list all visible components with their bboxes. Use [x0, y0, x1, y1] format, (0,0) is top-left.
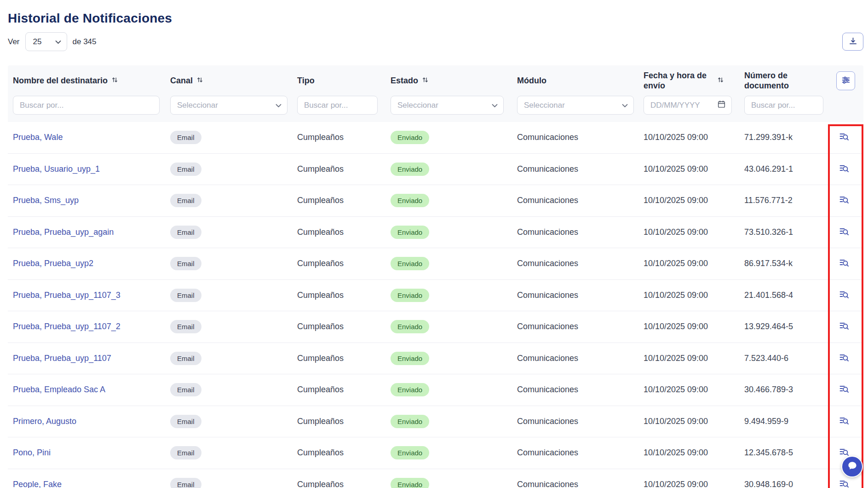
- module-cell: Comunicaciones: [517, 259, 644, 268]
- table-row: Prueba, Prueba_uyp2 Email Cumpleaños Env…: [8, 248, 863, 280]
- channel-badge: Email: [170, 194, 201, 207]
- page-size-select[interactable]: 25: [25, 32, 67, 51]
- list-magnifier-icon: [839, 194, 850, 207]
- page-title: Historial de Notificaciones: [8, 0, 863, 26]
- select-placeholder: Seleccionar: [524, 101, 565, 110]
- module-cell: Comunicaciones: [517, 227, 644, 237]
- filter-canal-select[interactable]: Seleccionar: [170, 96, 287, 115]
- list-magnifier-icon: [839, 131, 850, 144]
- column-label-documento: Número de documento: [744, 70, 796, 91]
- chat-bubble-icon: [847, 460, 858, 473]
- sort-icon[interactable]: [422, 76, 429, 85]
- view-details-button[interactable]: [839, 226, 850, 238]
- sort-icon[interactable]: [717, 76, 724, 85]
- status-badge: Enviado: [391, 226, 429, 239]
- column-label-modulo: Módulo: [517, 76, 546, 86]
- view-details-button[interactable]: [839, 415, 850, 428]
- view-details-button[interactable]: [839, 383, 850, 396]
- view-details-button[interactable]: [839, 289, 850, 302]
- filter-fecha-date-input[interactable]: DD/MM/YYYY: [644, 96, 732, 115]
- document-number-cell: 12.345.678-5: [744, 448, 828, 458]
- column-settings-button[interactable]: [836, 71, 855, 90]
- recipient-link[interactable]: Prueba, Empleado Sac A: [13, 385, 105, 394]
- status-badge: Enviado: [391, 257, 429, 270]
- channel-badge: Email: [170, 131, 201, 144]
- select-placeholder: Seleccionar: [397, 101, 438, 110]
- table-row: Prueba, Prueba_uyp_1107 Email Cumpleaños…: [8, 343, 863, 375]
- recipient-link[interactable]: People, Fake: [13, 480, 62, 488]
- module-cell: Comunicaciones: [517, 354, 644, 363]
- module-cell: Comunicaciones: [517, 196, 644, 205]
- chevron-down-icon: [622, 101, 628, 110]
- document-number-cell: 13.929.464-5: [744, 322, 828, 331]
- type-cell: Cumpleaños: [297, 290, 391, 300]
- column-header-canal[interactable]: Canal: [170, 76, 297, 86]
- recipient-link[interactable]: Prueba, Prueba_uyp_1107_3: [13, 290, 121, 300]
- status-badge: Enviado: [391, 478, 429, 488]
- recipient-link[interactable]: Prueba, Prueba_uyp_1107: [13, 354, 111, 363]
- view-details-button[interactable]: [839, 320, 850, 333]
- view-details-button[interactable]: [839, 194, 850, 207]
- sent-datetime-cell: 10/10/2025 09:00: [644, 417, 744, 426]
- list-magnifier-icon: [839, 352, 850, 365]
- recipient-link[interactable]: Prueba, Prueba_uyp_again: [13, 227, 114, 237]
- document-number-cell: 30.948.169-0: [744, 480, 828, 488]
- table-body: Prueba, Wale Email Cumpleaños Enviado Co…: [8, 122, 863, 488]
- sort-icon[interactable]: [111, 76, 118, 85]
- table-header: Nombre del destinatario Canal Tipo Estad…: [8, 65, 863, 122]
- sent-datetime-cell: 10/10/2025 09:00: [644, 385, 744, 395]
- recipient-link[interactable]: Prueba, Prueba_uyp_1107_2: [13, 322, 121, 331]
- recipient-link[interactable]: Prueba, Wale: [13, 133, 63, 142]
- document-number-cell: 43.046.291-1: [744, 164, 828, 174]
- channel-badge: Email: [170, 478, 201, 488]
- column-label-nombre: Nombre del destinatario: [13, 76, 108, 86]
- table-row: Prueba, Usuario_uyp_1 Email Cumpleaños E…: [8, 154, 863, 186]
- view-details-button[interactable]: [839, 478, 850, 488]
- list-magnifier-icon: [839, 226, 850, 238]
- channel-badge: Email: [170, 257, 201, 270]
- column-label-estado: Estado: [391, 76, 418, 86]
- sent-datetime-cell: 10/10/2025 09:00: [644, 354, 744, 363]
- recipient-link[interactable]: Pono, Pini: [13, 448, 51, 457]
- chevron-down-icon: [492, 101, 498, 110]
- filter-documento-input[interactable]: [744, 96, 823, 115]
- controls-bar: Ver 25 de 345: [8, 32, 863, 51]
- filter-estado-select[interactable]: Seleccionar: [391, 96, 504, 115]
- recipient-link[interactable]: Prueba, Sms_uyp: [13, 196, 79, 205]
- table-header-row: Nombre del destinatario Canal Tipo Estad…: [8, 69, 863, 92]
- list-magnifier-icon: [839, 257, 850, 270]
- document-number-cell: 71.299.391-k: [744, 133, 828, 142]
- column-header-fecha[interactable]: Fecha y hora de envío: [644, 70, 744, 91]
- column-header-documento: Número de documento: [744, 70, 828, 91]
- chat-button[interactable]: [841, 456, 863, 477]
- view-details-button[interactable]: [839, 131, 850, 144]
- view-details-button[interactable]: [839, 352, 850, 365]
- channel-badge: Email: [170, 289, 201, 302]
- column-header-estado[interactable]: Estado: [391, 76, 517, 86]
- sent-datetime-cell: 10/10/2025 09:00: [644, 448, 744, 458]
- status-badge: Enviado: [391, 383, 429, 396]
- type-cell: Cumpleaños: [297, 164, 391, 174]
- download-button[interactable]: [842, 33, 863, 51]
- sort-icon[interactable]: [196, 76, 203, 85]
- table-row: Prueba, Prueba_uyp_1107_2 Email Cumpleañ…: [8, 311, 863, 343]
- column-header-nombre[interactable]: Nombre del destinatario: [13, 76, 170, 86]
- channel-badge: Email: [170, 226, 201, 239]
- status-badge: Enviado: [391, 163, 429, 176]
- filter-tipo-input[interactable]: [297, 96, 378, 115]
- channel-badge: Email: [170, 446, 201, 459]
- recipient-link[interactable]: Primero, Augusto: [13, 417, 76, 426]
- sent-datetime-cell: 10/10/2025 09:00: [644, 227, 744, 237]
- filter-nombre-input[interactable]: [13, 96, 160, 115]
- type-cell: Cumpleaños: [297, 227, 391, 237]
- table-row: Primero, Augusto Email Cumpleaños Enviad…: [8, 406, 863, 438]
- date-placeholder: DD/MM/YYYY: [650, 101, 700, 110]
- status-badge: Enviado: [391, 194, 429, 207]
- view-details-button[interactable]: [839, 163, 850, 175]
- recipient-link[interactable]: Prueba, Usuario_uyp_1: [13, 164, 100, 174]
- view-details-button[interactable]: [839, 257, 850, 270]
- filter-modulo-select[interactable]: Seleccionar: [517, 96, 634, 115]
- status-badge: Enviado: [391, 131, 429, 144]
- sliders-icon: [841, 75, 851, 87]
- recipient-link[interactable]: Prueba, Prueba_uyp2: [13, 259, 93, 268]
